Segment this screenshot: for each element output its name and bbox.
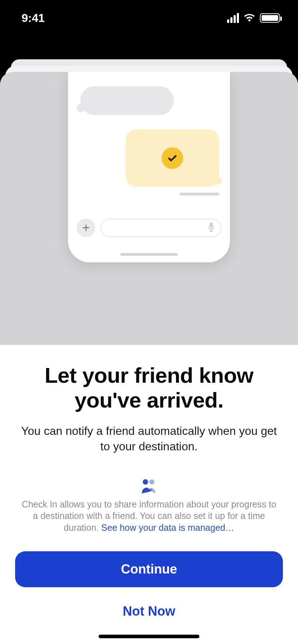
continue-button[interactable]: Continue	[15, 551, 283, 587]
content-section: Let your friend know you've arrived. You…	[0, 345, 298, 644]
status-time: 9:41	[22, 12, 45, 25]
wifi-icon	[243, 14, 256, 22]
page-subtitle: You can notify a friend automatically wh…	[15, 423, 283, 454]
svg-rect-0	[210, 222, 213, 227]
battery-icon	[260, 13, 280, 23]
privacy-info-text: Check In allows you to share information…	[15, 498, 283, 534]
checkin-message-bubble	[126, 129, 219, 187]
delivered-indicator	[180, 193, 219, 196]
illustration-area: +	[0, 72, 298, 345]
onboarding-sheet: + Let your friend know you've arrived. Y…	[0, 72, 298, 644]
message-input-row: +	[77, 218, 221, 237]
incoming-message-bubble	[80, 86, 174, 115]
svg-point-4	[149, 479, 154, 484]
data-management-link[interactable]: See how your data is managed…	[101, 523, 234, 533]
privacy-info-block: Check In allows you to share information…	[15, 478, 283, 534]
messages-mockup: +	[68, 72, 230, 262]
mock-home-indicator	[120, 253, 178, 256]
status-bar: 9:41	[0, 0, 298, 36]
message-text-field	[100, 218, 221, 237]
cellular-signal-icon	[227, 13, 239, 23]
friends-handshake-icon	[15, 478, 283, 494]
home-indicator	[99, 635, 199, 638]
svg-point-3	[143, 479, 148, 484]
not-now-button[interactable]: Not Now	[15, 600, 283, 630]
status-indicators	[227, 13, 280, 23]
plus-icon: +	[77, 218, 95, 237]
checkmark-icon	[162, 147, 183, 169]
microphone-icon	[207, 222, 216, 234]
page-title: Let your friend know you've arrived.	[15, 363, 283, 413]
